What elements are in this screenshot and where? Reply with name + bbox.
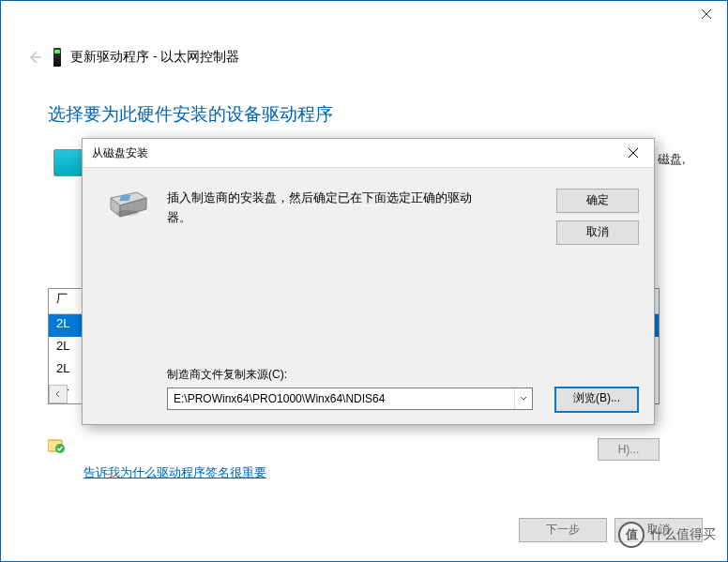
window-close-button[interactable]	[685, 1, 727, 27]
ok-button[interactable]: 确定	[556, 189, 639, 213]
cancel-button[interactable]: 取消	[614, 518, 703, 542]
page-title: 更新驱动程序 - 以太网控制器	[70, 49, 239, 66]
browse-button[interactable]: 浏览(B)...	[554, 387, 639, 413]
dialog-close-button[interactable]	[613, 139, 654, 167]
floppy-disk-icon	[109, 189, 148, 220]
signed-driver-icon	[48, 437, 66, 454]
dialog-title: 从磁盘安装	[92, 145, 148, 161]
install-from-disk-dialog: 从磁盘安装 插入制造商的安装盘，然后确定已在下面选定正确的驱动器。 确定 取消 …	[82, 138, 655, 425]
chevron-left-icon	[54, 390, 62, 398]
device-chip-icon	[53, 48, 61, 67]
truncated-hint-text: 磁盘,	[658, 151, 686, 168]
back-button[interactable]	[22, 44, 48, 70]
dialog-titlebar: 从磁盘安装	[83, 139, 654, 168]
dialog-message: 插入制造商的安装盘，然后确定已在下面选定正确的驱动器。	[167, 189, 477, 229]
wizard-buttons: 下一步 取消	[519, 518, 703, 542]
svg-point-6	[116, 210, 139, 216]
dropdown-toggle[interactable]	[514, 388, 532, 409]
path-combobox[interactable]	[167, 387, 533, 410]
update-driver-window: 更新驱动程序 - 以太网控制器 选择要为此硬件安装的设备驱动程序 磁盘, 厂 2…	[0, 0, 728, 562]
copy-from-label: 制造商文件复制来源(C):	[167, 367, 287, 383]
arrow-left-icon	[26, 49, 43, 66]
close-icon	[702, 9, 711, 19]
window-titlebar	[1, 1, 727, 29]
scroll-left-button[interactable]	[49, 385, 68, 403]
section-title: 选择要为此硬件安装的设备驱动程序	[48, 102, 333, 127]
dialog-body: 插入制造商的安装盘，然后确定已在下面选定正确的驱动器。 确定 取消 制造商文件复…	[83, 168, 654, 425]
driver-signing-link[interactable]: 告诉我为什么驱动程序签名很重要	[83, 464, 266, 481]
path-input[interactable]	[168, 392, 514, 405]
next-button[interactable]: 下一步	[519, 518, 607, 542]
page-header: 更新驱动程序 - 以太网控制器	[22, 44, 708, 70]
have-disk-button-bg: H)...	[598, 438, 660, 461]
close-icon	[629, 148, 638, 158]
chevron-down-icon	[520, 396, 527, 402]
dialog-cancel-button[interactable]: 取消	[556, 220, 639, 245]
